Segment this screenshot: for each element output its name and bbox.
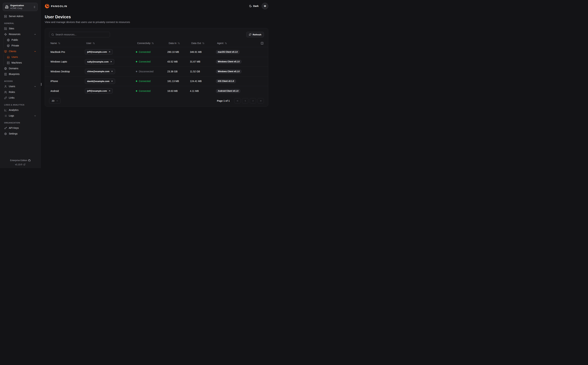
connectivity-cell: Connected <box>136 51 167 53</box>
sidebar-item-users[interactable]: Users <box>3 84 38 89</box>
brand-name: PANGOLIN <box>51 5 67 7</box>
sidebar-item-sites[interactable]: Sites <box>3 26 38 31</box>
column-header-agent[interactable]: Agent <box>216 42 257 45</box>
sidebar-item-clients-users[interactable]: Users <box>3 54 38 60</box>
chevron-down-icon <box>34 115 36 117</box>
agent-badge: macOS Client v0.1.0 <box>216 50 240 54</box>
globe-icon <box>4 67 7 70</box>
sites-icon <box>4 27 7 30</box>
data-in-value: 280.10 MB <box>167 51 190 53</box>
sidebar-item-label: Analytics <box>9 108 19 112</box>
agent-badge: iOS Client v0.1.0 <box>216 79 236 83</box>
sidebar-item-blueprints[interactable]: Blueprints <box>3 71 38 77</box>
user-icon <box>4 85 7 88</box>
column-header-user[interactable]: User <box>85 42 136 45</box>
sidebar-scrollbar-thumb[interactable] <box>41 83 42 86</box>
status-dot <box>136 90 137 92</box>
status-dot <box>136 61 137 62</box>
chevron-up-icon <box>34 50 36 53</box>
avatar[interactable]: M <box>262 3 268 9</box>
data-out-value: 124.41 MB <box>190 80 216 83</box>
refresh-button[interactable]: Refresh <box>246 32 264 37</box>
device-name: MacBook Pro <box>49 51 85 53</box>
sidebar-item-label: Clients <box>9 50 16 53</box>
sidebar-item-public[interactable]: Public <box>3 37 38 43</box>
status-label: Connected <box>139 90 151 92</box>
column-header-name[interactable]: Name <box>49 42 85 45</box>
device-name: Windows Desktop <box>49 70 85 73</box>
github-icon[interactable] <box>28 159 30 161</box>
search-input[interactable] <box>56 33 108 36</box>
globe-icon <box>7 39 10 42</box>
organization-selector[interactable]: Organization ACME Corp. <box>3 3 38 11</box>
chevrons-up-down-icon <box>33 6 36 8</box>
sort-icon <box>202 42 204 44</box>
chevron-up-icon <box>34 33 36 35</box>
sort-icon <box>178 42 180 44</box>
laptop-icon <box>7 56 10 58</box>
receipt-icon <box>4 73 7 76</box>
sidebar-item-server-admin[interactable]: Server Admin <box>3 14 38 19</box>
user-link-button[interactable]: david@example.com <box>85 78 115 84</box>
sidebar-item-roles[interactable]: Roles <box>3 89 38 95</box>
external-link-icon[interactable] <box>23 163 25 166</box>
user-link-button[interactable]: jeff@example.com <box>85 88 113 94</box>
sort-icon <box>58 42 60 44</box>
chart-line-icon <box>4 109 7 112</box>
sidebar-item-label: Sites <box>9 27 14 30</box>
organization-label: Organization <box>10 4 31 7</box>
pagination: Page 1 of 1 <box>217 98 264 103</box>
brand[interactable]: PANGOLIN <box>45 4 67 8</box>
user-email: sally@example.com <box>87 60 108 63</box>
sidebar-item-resources[interactable]: Resources <box>3 31 38 37</box>
sidebar-item-logs[interactable]: Logs <box>3 113 38 119</box>
sidebar-item-private[interactable]: Private <box>3 43 38 49</box>
data-out-value: 4.11 MB <box>190 90 216 92</box>
theme-toggle[interactable]: Dark <box>249 5 258 7</box>
agent-badge: Windows Client v0.1.0 <box>216 60 242 64</box>
device-name: iPhone <box>49 80 85 83</box>
moon-icon <box>249 5 252 7</box>
arrow-up-right-icon <box>111 80 113 82</box>
page-info: Page 1 of 1 <box>217 99 230 102</box>
page-size-select[interactable]: 20 <box>49 98 60 104</box>
next-page-button[interactable] <box>250 98 256 103</box>
sidebar-item-label: Logs <box>9 114 14 117</box>
table-row: MacBook Pro jeff@example.com Connected <box>45 47 268 57</box>
column-settings-button[interactable] <box>261 42 264 45</box>
sidebar-item-machines[interactable]: Machines <box>3 60 38 66</box>
sidebar-item-domains[interactable]: Domains <box>3 66 38 71</box>
sort-icon <box>93 42 95 44</box>
user-email: chloe@example.com <box>87 70 109 73</box>
sidebar-item-clients[interactable]: Clients <box>3 49 38 54</box>
section-label-organization: ORGANIZATION <box>3 122 38 124</box>
list-icon <box>4 114 7 117</box>
link-icon <box>4 97 7 99</box>
first-page-button[interactable] <box>234 98 241 103</box>
last-page-button[interactable] <box>258 98 264 103</box>
section-label-general: GENERAL <box>3 22 38 24</box>
column-header-data-out[interactable]: Data Out <box>190 42 216 45</box>
version-label: v1.13.0 <box>15 163 22 166</box>
status-dot <box>136 80 137 82</box>
prev-page-button[interactable] <box>242 98 248 103</box>
agent-badge: Windows Client v0.1.0 <box>216 70 242 74</box>
sidebar-item-label: Public <box>12 38 18 42</box>
column-header-connectivity[interactable]: Connectivity <box>136 42 167 45</box>
clients-subgroup: Users Machines <box>3 54 38 66</box>
user-link-button[interactable]: jeff@example.com <box>85 49 113 55</box>
server-icon <box>4 15 7 18</box>
sidebar-item-api-keys[interactable]: API Keys <box>3 125 38 131</box>
user-link-button[interactable]: chloe@example.com <box>85 69 115 74</box>
page-subtitle: View and manage devices that users use t… <box>45 21 268 23</box>
key-icon <box>4 127 7 129</box>
agent-badge: Android Client v0.1.0 <box>216 89 240 93</box>
refresh-icon <box>249 33 251 36</box>
sidebar-item-settings[interactable]: Settings <box>3 131 38 137</box>
sidebar-item-analytics[interactable]: Analytics <box>3 107 38 113</box>
column-header-data-in[interactable]: Data In <box>167 42 190 45</box>
status-label: Connected <box>139 60 151 63</box>
user-link-button[interactable]: sally@example.com <box>85 59 114 64</box>
sidebar-footer: Enterprise Edition v1.13.0 <box>3 157 38 166</box>
sidebar-item-links[interactable]: Links <box>3 95 38 101</box>
